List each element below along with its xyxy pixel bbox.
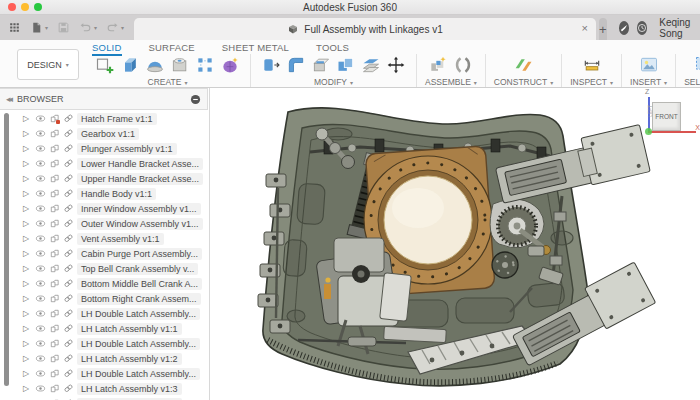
revolve-icon[interactable] [143,54,167,76]
browser-item[interactable]: ▷ Cabin Purge Port Assembly... [13,246,209,261]
visibility-eye-icon[interactable] [35,248,46,259]
browser-item[interactable]: ▷ Inner Window Assembly v1... [13,201,209,216]
joint-icon[interactable] [451,54,475,76]
visibility-eye-icon[interactable] [35,338,46,349]
expand-triangle-icon[interactable]: ▷ [23,339,32,348]
select-icon[interactable] [692,54,700,76]
browser-item[interactable]: ▷ Bottom Right Crank Assem... [13,291,209,306]
visibility-eye-icon[interactable] [35,323,46,334]
browser-item[interactable]: ▷ Plunger Assembly v1:1 [13,141,209,156]
hatch-assembly-model[interactable] [210,88,700,400]
collapse-panel-icon[interactable]: ◂◂ [6,94,11,104]
browser-item-label[interactable]: LH Latch Assembly v1:2 [77,353,182,365]
visibility-eye-icon[interactable] [35,113,46,124]
browser-item-label[interactable]: LH Double Latch Assembly... [77,368,200,380]
browser-item-label[interactable]: Top Bell Crank Assembly v... [77,263,198,275]
browser-item[interactable]: ▷ LH Latch Assembly v1:4 [13,396,209,400]
browser-item-label[interactable]: LH Latch Assembly v1:3 [77,383,182,395]
expand-triangle-icon[interactable]: ▷ [23,174,32,183]
browser-item-label[interactable]: Inner Window Assembly v1... [77,203,201,215]
expand-triangle-icon[interactable]: ▷ [23,204,32,213]
expand-triangle-icon[interactable]: ▷ [23,249,32,258]
visibility-eye-icon[interactable] [35,263,46,274]
expand-triangle-icon[interactable]: ▷ [23,144,32,153]
job-status-icon[interactable] [637,21,647,35]
new-tab-button[interactable]: + [599,18,607,40]
browser-item-label[interactable]: Bottom Middle Bell Crank A... [77,278,202,290]
viewcube[interactable]: Z FRONT LEFT X [635,90,700,142]
document-tab[interactable]: Full Assembly with Linkages v1 × [134,18,596,40]
browser-item-label[interactable]: Handle Body v1:1 [77,188,156,200]
visibility-eye-icon[interactable] [35,368,46,379]
collapse-all-icon[interactable] [190,94,201,105]
viewcube-front-face[interactable]: FRONT [652,102,681,131]
group-label-create[interactable]: CREATE▾ [148,77,188,87]
new-component-icon[interactable] [426,54,450,76]
browser-item[interactable]: ▷ Top Bell Crank Assembly v... [13,261,209,276]
measure-icon[interactable] [580,54,604,76]
visibility-eye-icon[interactable] [35,293,46,304]
move-icon[interactable] [384,54,408,76]
expand-triangle-icon[interactable]: ▷ [23,324,32,333]
browser-item-label[interactable]: Vent Assembly v1:1 [77,233,164,245]
group-label-inspect[interactable]: INSPECT▾ [570,77,613,87]
browser-item-label[interactable]: LH Double Latch Assembly... [77,308,200,320]
tab-solid[interactable]: SOLID [92,42,122,56]
tab-sheet-metal[interactable]: SHEET METAL [222,42,289,56]
visibility-eye-icon[interactable] [35,278,46,289]
group-label-select[interactable]: SELECT▾ [684,77,700,87]
browser-item-label[interactable]: Hatch Frame v1:1 [77,113,157,125]
visibility-eye-icon[interactable] [35,203,46,214]
insert-image-icon[interactable] [637,54,661,76]
browser-item-label[interactable]: Plunger Assembly v1:1 [77,143,177,155]
browser-item-label[interactable]: LH Latch Assembly v1:1 [77,323,182,335]
browser-item[interactable]: ▷ LH Latch Assembly v1:3 [13,381,209,396]
browser-item[interactable]: ▷ Gearbox v1:1 [13,126,209,141]
expand-triangle-icon[interactable]: ▷ [23,264,32,273]
browser-item[interactable]: ▷ Lower Handle Bracket Asse... [13,156,209,171]
redo-button[interactable]: ▾ [106,21,124,34]
expand-triangle-icon[interactable]: ▷ [23,279,32,288]
expand-triangle-icon[interactable]: ▷ [23,129,32,138]
form-icon[interactable] [218,54,242,76]
expand-triangle-icon[interactable]: ▷ [23,369,32,378]
pattern-icon[interactable] [193,54,217,76]
workspace-selector[interactable]: DESIGN ▾ [17,49,79,80]
expand-triangle-icon[interactable]: ▷ [23,189,32,198]
press-pull-icon[interactable] [259,54,283,76]
browser-item-label[interactable]: Gearbox v1:1 [77,128,139,140]
save-button[interactable] [57,21,70,34]
browser-item[interactable]: ▷ LH Latch Assembly v1:1 [13,321,209,336]
expand-triangle-icon[interactable]: ▷ [23,159,32,168]
visibility-eye-icon[interactable] [35,233,46,244]
visibility-eye-icon[interactable] [35,218,46,229]
undo-button[interactable]: ▾ [79,21,97,34]
browser-item-label[interactable]: Upper Handle Bracket Asse... [77,173,203,185]
tab-tools[interactable]: TOOLS [316,42,349,56]
expand-triangle-icon[interactable]: ▷ [23,384,32,393]
group-label-construct[interactable]: CONSTRUCT▾ [494,77,553,87]
browser-item[interactable]: ▷ LH Double Latch Assembly... [13,336,209,351]
browser-item[interactable]: ▷ Hatch Frame v1:1 [13,111,209,126]
expand-triangle-icon[interactable]: ▷ [23,294,32,303]
visibility-eye-icon[interactable] [35,188,46,199]
browser-item[interactable]: ▷ Bottom Middle Bell Crank A... [13,276,209,291]
hole-icon[interactable] [168,54,192,76]
browser-item[interactable]: ▷ LH Latch Assembly v1:2 [13,351,209,366]
browser-item-label[interactable]: LH Double Latch Assembly... [77,338,200,350]
sketch-icon[interactable] [93,54,117,76]
expand-triangle-icon[interactable]: ▷ [23,309,32,318]
browser-item-label[interactable]: Cabin Purge Port Assembly... [77,248,202,260]
browser-item[interactable]: ▷ LH Double Latch Assembly... [13,306,209,321]
visibility-eye-icon[interactable] [35,173,46,184]
construction-plane-icon[interactable] [512,54,536,76]
visibility-eye-icon[interactable] [35,308,46,319]
visibility-eye-icon[interactable] [35,143,46,154]
model-viewport[interactable]: Z FRONT LEFT X [210,88,700,400]
browser-item[interactable]: ▷ Handle Body v1:1 [13,186,209,201]
expand-triangle-icon[interactable]: ▷ [23,354,32,363]
user-account-button[interactable]: Keqing Song [655,17,700,39]
browser-item-label[interactable]: Outer Window Assembly v1... [77,218,203,230]
notifications-icon[interactable] [619,21,629,35]
browser-scrollbar[interactable] [0,110,13,400]
